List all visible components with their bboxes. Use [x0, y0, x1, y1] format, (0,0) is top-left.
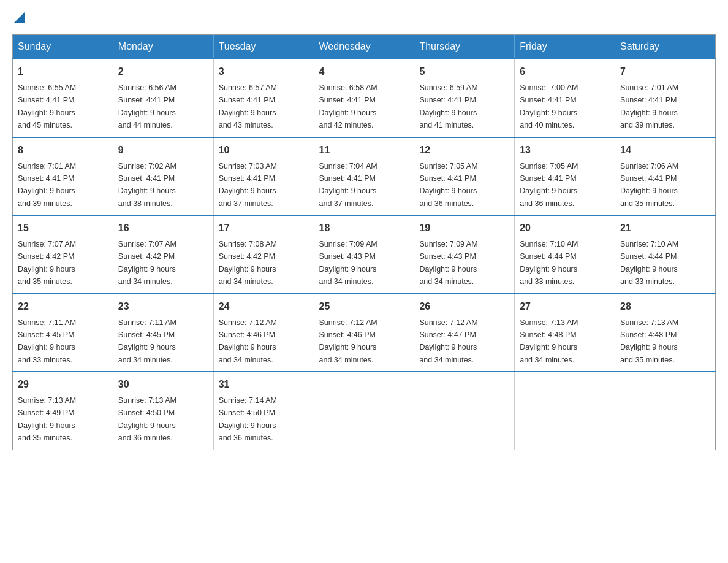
- day-number: 13: [520, 143, 610, 158]
- calendar-cell: 7 Sunrise: 7:01 AMSunset: 4:41 PMDayligh…: [615, 59, 716, 137]
- day-info: Sunrise: 7:05 AMSunset: 4:41 PMDaylight:…: [520, 162, 578, 208]
- calendar-cell: 6 Sunrise: 7:00 AMSunset: 4:41 PMDayligh…: [515, 59, 615, 137]
- day-info: Sunrise: 7:10 AMSunset: 4:44 PMDaylight:…: [620, 240, 678, 286]
- day-number: 2: [118, 64, 208, 79]
- day-number: 23: [118, 299, 208, 314]
- day-number: 6: [520, 64, 610, 79]
- day-info: Sunrise: 6:57 AMSunset: 4:41 PMDaylight:…: [219, 83, 277, 129]
- calendar-cell: 1 Sunrise: 6:55 AMSunset: 4:41 PMDayligh…: [13, 59, 113, 137]
- calendar-cell: 22 Sunrise: 7:11 AMSunset: 4:45 PMDaylig…: [13, 294, 113, 372]
- calendar-cell: 16 Sunrise: 7:07 AMSunset: 4:42 PMDaylig…: [113, 215, 213, 294]
- day-info: Sunrise: 7:03 AMSunset: 4:41 PMDaylight:…: [219, 162, 277, 208]
- logo-top: [12, 12, 25, 25]
- day-info: Sunrise: 7:06 AMSunset: 4:41 PMDaylight:…: [620, 162, 678, 208]
- day-info: Sunrise: 7:02 AMSunset: 4:41 PMDaylight:…: [118, 162, 176, 208]
- calendar-cell: 9 Sunrise: 7:02 AMSunset: 4:41 PMDayligh…: [113, 137, 213, 216]
- day-number: 1: [18, 64, 108, 79]
- calendar-cell: 27 Sunrise: 7:13 AMSunset: 4:48 PMDaylig…: [515, 294, 615, 372]
- day-info: Sunrise: 7:11 AMSunset: 4:45 PMDaylight:…: [18, 318, 76, 364]
- calendar-cell: 30 Sunrise: 7:13 AMSunset: 4:50 PMDaylig…: [113, 372, 213, 450]
- day-info: Sunrise: 7:08 AMSunset: 4:42 PMDaylight:…: [219, 240, 277, 286]
- calendar-body: 1 Sunrise: 6:55 AMSunset: 4:41 PMDayligh…: [13, 59, 716, 450]
- day-number: 15: [18, 221, 108, 236]
- day-number: 27: [520, 299, 610, 314]
- logo-triangle-icon: [13, 12, 25, 23]
- day-info: Sunrise: 7:14 AMSunset: 4:50 PMDaylight:…: [219, 396, 277, 442]
- day-info: Sunrise: 7:13 AMSunset: 4:49 PMDaylight:…: [18, 396, 76, 442]
- day-number: 20: [520, 221, 610, 236]
- day-number: 29: [18, 377, 108, 392]
- calendar-week-5: 29 Sunrise: 7:13 AMSunset: 4:49 PMDaylig…: [13, 372, 716, 450]
- day-info: Sunrise: 7:12 AMSunset: 4:46 PMDaylight:…: [219, 318, 277, 364]
- calendar-cell: 24 Sunrise: 7:12 AMSunset: 4:46 PMDaylig…: [213, 294, 314, 372]
- calendar-week-1: 1 Sunrise: 6:55 AMSunset: 4:41 PMDayligh…: [13, 59, 716, 137]
- day-number: 31: [219, 377, 309, 392]
- calendar-cell: 12 Sunrise: 7:05 AMSunset: 4:41 PMDaylig…: [414, 137, 515, 216]
- calendar-week-3: 15 Sunrise: 7:07 AMSunset: 4:42 PMDaylig…: [13, 215, 716, 294]
- weekday-header-friday: Friday: [515, 35, 615, 59]
- day-number: 8: [18, 143, 108, 158]
- day-info: Sunrise: 6:59 AMSunset: 4:41 PMDaylight:…: [419, 83, 477, 129]
- day-info: Sunrise: 7:12 AMSunset: 4:46 PMDaylight:…: [319, 318, 377, 364]
- calendar-cell: [515, 372, 615, 450]
- calendar-cell: 5 Sunrise: 6:59 AMSunset: 4:41 PMDayligh…: [414, 59, 515, 137]
- day-number: 11: [319, 143, 409, 158]
- calendar-cell: [414, 372, 515, 450]
- day-number: 5: [419, 64, 509, 79]
- calendar-cell: 28 Sunrise: 7:13 AMSunset: 4:48 PMDaylig…: [615, 294, 716, 372]
- day-number: 4: [319, 64, 409, 79]
- calendar-week-2: 8 Sunrise: 7:01 AMSunset: 4:41 PMDayligh…: [13, 137, 716, 216]
- day-info: Sunrise: 7:09 AMSunset: 4:43 PMDaylight:…: [319, 240, 377, 286]
- day-number: 30: [118, 377, 208, 392]
- weekday-header-thursday: Thursday: [414, 35, 515, 59]
- day-number: 25: [319, 299, 409, 314]
- weekday-header-sunday: Sunday: [13, 35, 113, 59]
- day-info: Sunrise: 7:10 AMSunset: 4:44 PMDaylight:…: [520, 240, 578, 286]
- calendar-cell: 15 Sunrise: 7:07 AMSunset: 4:42 PMDaylig…: [13, 215, 113, 294]
- calendar-cell: 11 Sunrise: 7:04 AMSunset: 4:41 PMDaylig…: [314, 137, 414, 216]
- day-number: 18: [319, 221, 409, 236]
- calendar-cell: 18 Sunrise: 7:09 AMSunset: 4:43 PMDaylig…: [314, 215, 414, 294]
- calendar-cell: 31 Sunrise: 7:14 AMSunset: 4:50 PMDaylig…: [213, 372, 314, 450]
- calendar-cell: 21 Sunrise: 7:10 AMSunset: 4:44 PMDaylig…: [615, 215, 716, 294]
- weekday-header-wednesday: Wednesday: [314, 35, 414, 59]
- day-info: Sunrise: 7:07 AMSunset: 4:42 PMDaylight:…: [18, 240, 76, 286]
- calendar-cell: 26 Sunrise: 7:12 AMSunset: 4:47 PMDaylig…: [414, 294, 515, 372]
- day-number: 7: [620, 64, 710, 79]
- calendar-cell: 25 Sunrise: 7:12 AMSunset: 4:46 PMDaylig…: [314, 294, 414, 372]
- day-info: Sunrise: 7:01 AMSunset: 4:41 PMDaylight:…: [620, 83, 678, 129]
- day-number: 12: [419, 143, 509, 158]
- calendar-cell: [615, 372, 716, 450]
- calendar-cell: [314, 372, 414, 450]
- calendar-cell: 29 Sunrise: 7:13 AMSunset: 4:49 PMDaylig…: [13, 372, 113, 450]
- day-info: Sunrise: 6:55 AMSunset: 4:41 PMDaylight:…: [18, 83, 76, 129]
- calendar-cell: 23 Sunrise: 7:11 AMSunset: 4:45 PMDaylig…: [113, 294, 213, 372]
- day-number: 19: [419, 221, 509, 236]
- day-info: Sunrise: 7:07 AMSunset: 4:42 PMDaylight:…: [118, 240, 176, 286]
- day-info: Sunrise: 6:58 AMSunset: 4:41 PMDaylight:…: [319, 83, 377, 129]
- day-info: Sunrise: 7:05 AMSunset: 4:41 PMDaylight:…: [419, 162, 477, 208]
- calendar-cell: 2 Sunrise: 6:56 AMSunset: 4:41 PMDayligh…: [113, 59, 213, 137]
- calendar-cell: 13 Sunrise: 7:05 AMSunset: 4:41 PMDaylig…: [515, 137, 615, 216]
- weekday-header-tuesday: Tuesday: [213, 35, 314, 59]
- day-number: 16: [118, 221, 208, 236]
- calendar-cell: 17 Sunrise: 7:08 AMSunset: 4:42 PMDaylig…: [213, 215, 314, 294]
- day-number: 10: [219, 143, 309, 158]
- day-info: Sunrise: 6:56 AMSunset: 4:41 PMDaylight:…: [118, 83, 176, 129]
- day-number: 24: [219, 299, 309, 314]
- calendar-cell: 20 Sunrise: 7:10 AMSunset: 4:44 PMDaylig…: [515, 215, 615, 294]
- day-info: Sunrise: 7:13 AMSunset: 4:48 PMDaylight:…: [520, 318, 578, 364]
- day-number: 17: [219, 221, 309, 236]
- calendar-week-4: 22 Sunrise: 7:11 AMSunset: 4:45 PMDaylig…: [13, 294, 716, 372]
- day-number: 28: [620, 299, 710, 314]
- calendar-cell: 19 Sunrise: 7:09 AMSunset: 4:43 PMDaylig…: [414, 215, 515, 294]
- day-number: 14: [620, 143, 710, 158]
- day-info: Sunrise: 7:12 AMSunset: 4:47 PMDaylight:…: [419, 318, 477, 364]
- logo: [12, 12, 25, 22]
- day-info: Sunrise: 7:11 AMSunset: 4:45 PMDaylight:…: [118, 318, 176, 364]
- day-info: Sunrise: 7:01 AMSunset: 4:41 PMDaylight:…: [18, 162, 76, 208]
- calendar-cell: 4 Sunrise: 6:58 AMSunset: 4:41 PMDayligh…: [314, 59, 414, 137]
- calendar-cell: 8 Sunrise: 7:01 AMSunset: 4:41 PMDayligh…: [13, 137, 113, 216]
- day-info: Sunrise: 7:13 AMSunset: 4:48 PMDaylight:…: [620, 318, 678, 364]
- day-number: 9: [118, 143, 208, 158]
